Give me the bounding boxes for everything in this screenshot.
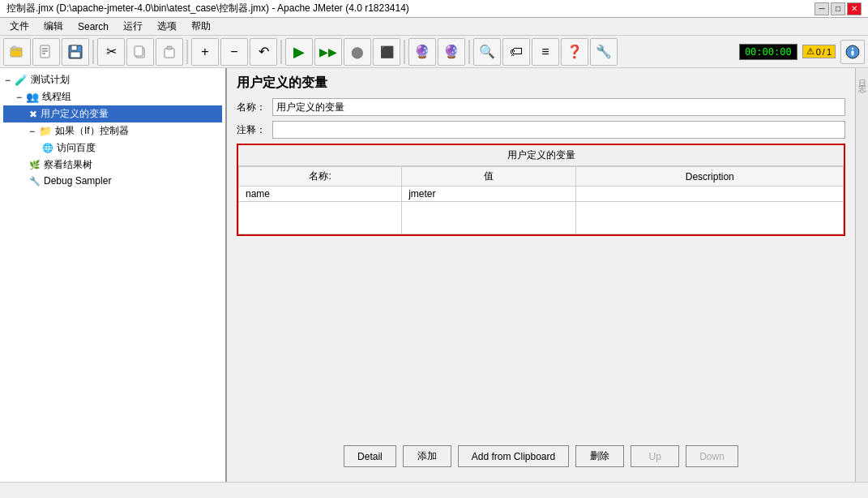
var-table-title: 用户定义的变量 [238,145,844,166]
tree-icon-view-results: 🌿 [29,160,41,170]
toolbar-sep-1 [92,40,94,64]
tree-label-test-plan: 测试计划 [31,73,70,87]
comment-input[interactable] [272,121,845,139]
toolbar-paste-button[interactable] [156,38,183,66]
tree-panel: − 🧪 测试计划 − 👥 线程组 ✖ 用户定义的变量 − 📁 如果（If）控制器… [0,68,227,498]
toolbar-stop-button[interactable]: ⬤ [344,38,371,66]
strip-label-2: 志 [857,76,868,79]
toolbar-start-button[interactable]: ▶ [285,38,313,66]
tree-label-thread-group: 线程组 [42,90,71,104]
toolbar-templates-button[interactable] [32,38,60,66]
tree-icon-test-plan: 🧪 [15,74,28,86]
tree-icon-visit-baidu: 🌐 [42,143,53,153]
svg-rect-1 [12,46,16,49]
tree-item-test-plan[interactable]: − 🧪 测试计划 [3,71,222,88]
tree-icon-if-controller: 📁 [39,125,52,137]
svg-rect-12 [167,46,172,49]
down-button[interactable]: Down [686,445,738,467]
strip-label-1: 日 [857,71,868,75]
window-title: 控制器.jmx (D:\apache-jmeter-4.0\bin\atest_… [6,2,409,15]
toolbar-open-button[interactable] [3,38,31,66]
tree-item-user-vars[interactable]: ✖ 用户定义的变量 [3,105,222,122]
menu-run[interactable]: 运行 [117,18,149,35]
menu-options[interactable]: 选项 [151,18,183,35]
minimize-button[interactable]: ─ [815,2,829,15]
maximize-button[interactable]: □ [831,2,845,15]
toolbar-search-button[interactable]: 🔍 [473,38,501,66]
window-controls: ─ □ ✕ [815,2,862,15]
col-value-header: 值 [402,167,576,187]
toolbar-toggle-button[interactable]: ↶ [250,38,277,66]
warning-total: 1 [827,47,832,57]
timer-display: 00:00:00 [739,44,797,60]
menu-file[interactable]: 文件 [3,18,36,35]
title-bar: 控制器.jmx (D:\apache-jmeter-4.0\bin\atest_… [0,0,868,18]
toolbar-remote-button[interactable]: 🔮 [408,38,436,66]
content-panel: 用户定义的变量 名称： 注释： 用户定义的变量 名称: 值 Descriptio… [227,68,855,498]
name-input[interactable] [272,98,845,116]
tree-item-visit-baidu[interactable]: 🌐 访问百度 [3,140,222,157]
var-table-container: 用户定义的变量 名称: 值 Description name jmeter [237,144,845,236]
tree-item-debug-sampler[interactable]: 🔧 Debug Sampler [3,174,222,188]
toolbar-sep-2 [186,40,188,64]
toolbar-cut-button[interactable]: ✂ [97,38,125,66]
var-table: 名称: 值 Description name jmeter [238,166,844,234]
table-empty-row [239,202,844,234]
empty-cell-1 [239,202,402,234]
toolbar-right: 00:00:00 ⚠ 0 / 1 [739,40,865,64]
tree-item-view-results[interactable]: 🌿 察看结果树 [3,157,222,174]
toolbar-shutdown-button[interactable]: ⬛ [373,38,400,66]
toolbar-help-button[interactable]: ❓ [561,38,588,66]
svg-rect-10 [135,46,143,56]
right-strip: 日 志 [855,68,868,498]
detail-button[interactable]: Detail [344,445,396,467]
tree-icon-debug-sampler: 🔧 [29,176,41,187]
cell-description [576,187,844,202]
tree-label-visit-baidu: 访问百度 [57,141,96,155]
toolbar-clear-button[interactable]: 🏷 [502,38,530,66]
svg-rect-15 [852,50,854,55]
toolbar-start-nopause-button[interactable]: ▶▶ [314,38,342,66]
comment-label: 注释： [237,123,266,137]
tree-item-if-controller[interactable]: − 📁 如果（If）控制器 [3,122,222,140]
toolbar-expand-button[interactable]: + [191,38,219,66]
tree-icon-thread-group: 👥 [26,91,39,103]
table-row[interactable]: name jmeter [239,187,844,202]
add-from-clipboard-button[interactable]: Add from Clipboard [458,445,569,467]
toolbar-info-button[interactable] [840,40,865,64]
menu-edit[interactable]: 编辑 [37,18,70,35]
menu-search[interactable]: Search [71,19,115,34]
empty-cell-2 [402,202,576,234]
up-button[interactable]: Up [631,445,679,467]
empty-cell-3 [576,202,844,234]
toolbar-collapse-button[interactable]: − [220,38,248,66]
tree-expand-3: − [29,126,36,137]
toolbar-copy-button[interactable] [126,38,154,66]
toolbar-sep-3 [280,40,282,64]
comment-row: 注释： [237,121,845,139]
toolbar-sep-4 [404,40,405,64]
delete-button[interactable]: 删除 [575,445,624,467]
tree-item-thread-group[interactable]: − 👥 线程组 [3,88,222,105]
toolbar-remote-all-button[interactable]: 🔮 [438,38,465,66]
toolbar-log-button[interactable]: ≡ [532,38,559,66]
name-label: 名称： [237,101,266,114]
panel-title: 用户定义的变量 [237,75,845,92]
status-bar [0,482,868,498]
svg-rect-0 [11,48,22,57]
name-row: 名称： [237,98,845,116]
add-button[interactable]: 添加 [403,445,451,467]
col-description-header: Description [576,167,844,187]
warning-badge: ⚠ 0 / 1 [802,45,836,58]
toolbar: ✂ + − ↶ ▶ ▶▶ ⬤ ⬛ 🔮 🔮 🔍 🏷 ≡ ❓ 🔧 00:00:00 … [0,36,868,68]
tree-icon-user-vars: ✖ [29,109,37,120]
menu-bar: 文件 编辑 Search 运行 选项 帮助 [0,18,868,36]
toolbar-sep-5 [468,40,470,64]
close-button[interactable]: ✕ [847,2,862,15]
toolbar-save-button[interactable] [62,38,89,66]
warning-count: 0 [816,47,821,57]
menu-help[interactable]: 帮助 [185,18,217,35]
toolbar-settings-button[interactable]: 🔧 [590,38,618,66]
tree-label-debug-sampler: Debug Sampler [44,175,111,187]
tree-label-if-controller: 如果（If）控制器 [55,124,129,138]
